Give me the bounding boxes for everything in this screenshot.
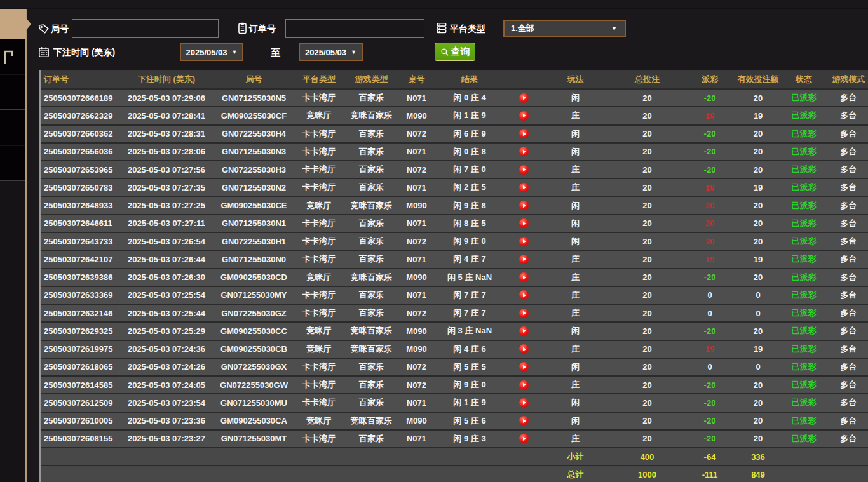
total-cell: 20	[608, 377, 686, 393]
status-cell: 已派彩	[783, 359, 825, 375]
order-cell: 250503072666189	[41, 90, 119, 106]
play-video-icon[interactable]	[519, 416, 529, 425]
play-video-icon[interactable]	[519, 218, 529, 228]
type-cell: 百家乐	[344, 287, 398, 304]
order-cell: 250503072656036	[41, 144, 119, 160]
platform-cell: 竞咪厅	[294, 107, 344, 124]
table-row: 2505030726393862025-05-03 07:26:30GM0902…	[41, 268, 868, 286]
time-cell: 2025-05-03 07:25:44	[119, 305, 214, 321]
table-cell: N072	[398, 161, 435, 178]
sidebar-item[interactable]	[0, 39, 25, 74]
table-row: 2505030726661892025-05-03 07:29:06GN0712…	[41, 88, 868, 106]
mode-cell: 多台	[825, 126, 868, 142]
mode-cell: 多台	[825, 305, 868, 321]
sidebar-item[interactable]	[0, 75, 25, 110]
payout-cell: -20	[686, 161, 733, 178]
result-cell: 闲 9 庄 0	[435, 233, 505, 250]
play-video-icon[interactable]	[519, 201, 529, 210]
order-cell: 250503072650783	[41, 179, 119, 196]
play-video-icon[interactable]	[519, 272, 529, 282]
play-video-icon[interactable]	[519, 147, 529, 156]
play-video-icon[interactable]	[519, 344, 529, 354]
type-cell: 百家乐	[344, 144, 398, 160]
play-video-icon[interactable]	[519, 237, 529, 246]
payout-cell: 20	[686, 233, 733, 250]
game-cell: GN071255030N5	[214, 90, 294, 106]
status-cell: 已派彩	[783, 413, 825, 429]
date-to-select[interactable]: 2025/05/03 ▼	[299, 43, 363, 61]
total-cell: 20	[608, 431, 686, 447]
play-video-icon[interactable]	[519, 129, 529, 138]
payout-cell: 19	[686, 107, 733, 124]
play-video-icon[interactable]	[519, 380, 529, 390]
query-button[interactable]: 查询	[435, 43, 475, 61]
play-video-icon[interactable]	[519, 398, 529, 408]
mode-cell: 多台	[825, 197, 868, 214]
type-cell: 百家乐	[344, 305, 398, 321]
status-cell: 已派彩	[783, 377, 825, 393]
play-video-icon[interactable]	[519, 326, 529, 336]
play-video-icon[interactable]	[519, 165, 529, 175]
game-cell: GM090255030CF	[214, 107, 294, 124]
result-cell: 闲 4 庄 6	[435, 341, 505, 358]
valid-cell: 20	[733, 431, 783, 447]
type-cell: 竞咪百家乐	[344, 413, 398, 429]
total-payout: -111	[686, 466, 733, 482]
game-cell: GM090255030CD	[214, 269, 294, 286]
play-video-icon[interactable]	[519, 290, 529, 300]
bet-cell: 庄	[543, 107, 608, 124]
payout-cell: 0	[686, 305, 733, 321]
play-video-icon[interactable]	[519, 362, 529, 372]
order-no-input[interactable]	[285, 19, 424, 38]
result-play-cell	[505, 197, 543, 214]
result-cell: 闲 6 庄 9	[435, 126, 505, 142]
result-cell: 闲 3 庄 NaN	[435, 323, 505, 339]
game-cell: GM090255030CB	[214, 341, 294, 358]
table-row: 2505030726100052025-05-03 07:23:36GM0902…	[41, 412, 868, 429]
column-header: 游戏类型	[344, 70, 398, 88]
table-cell: N071	[398, 215, 435, 232]
time-cell: 2025-05-03 07:26:54	[119, 233, 214, 250]
platform-cell: 卡卡湾厅	[294, 287, 344, 304]
platform-cell: 卡卡湾厅	[294, 126, 344, 142]
play-video-icon[interactable]	[519, 111, 529, 121]
play-video-icon[interactable]	[519, 183, 529, 192]
play-video-icon[interactable]	[519, 93, 529, 103]
play-video-icon[interactable]	[519, 434, 529, 443]
result-play-cell	[505, 107, 543, 124]
game-no-input[interactable]	[72, 19, 219, 38]
result-play-cell	[505, 305, 543, 321]
order-cell: 250503072648933	[41, 197, 119, 214]
status-cell: 已派彩	[783, 431, 825, 447]
total-cell: 20	[608, 161, 686, 178]
type-cell: 百家乐	[344, 233, 398, 250]
payout-cell: 19	[686, 341, 733, 358]
table-row: 2505030726437332025-05-03 07:26:54GN0722…	[41, 232, 868, 250]
mode-cell: 多台	[825, 215, 868, 232]
status-cell: 已派彩	[783, 144, 825, 160]
sidebar-item[interactable]	[0, 146, 25, 181]
type-cell: 竞咪百家乐	[344, 269, 398, 286]
result-cell: 闲 0 庄 4	[435, 90, 505, 106]
result-cell: 闲 5 庄 NaN	[435, 269, 505, 286]
platform-cell: 卡卡湾厅	[294, 233, 344, 250]
table-row: 2505030726199752025-05-03 07:24:36GM0902…	[41, 340, 868, 358]
total-cell: 20	[608, 305, 686, 321]
sidebar-item[interactable]	[0, 110, 25, 145]
date-to-value: 2025/05/03	[305, 48, 346, 57]
date-from-select[interactable]: 2025/05/03 ▼	[180, 43, 243, 61]
time-cell: 2025-05-03 07:28:31	[119, 126, 214, 142]
total-row: 总计 1000 -111 849	[41, 465, 868, 482]
total-cell: 20	[608, 269, 686, 286]
result-cell: 闲 4 庄 7	[435, 251, 505, 267]
order-cell: 250503072610005	[41, 413, 119, 429]
result-play-cell	[505, 287, 543, 304]
platform-type-select[interactable]: 1.全部 ▼	[503, 20, 626, 37]
time-cell: 2025-05-03 07:24:26	[119, 359, 214, 375]
play-video-icon[interactable]	[519, 309, 529, 318]
status-cell: 已派彩	[783, 126, 825, 142]
column-header: 状态	[783, 70, 825, 88]
play-video-icon[interactable]	[519, 255, 529, 264]
time-cell: 2025-05-03 07:27:35	[119, 179, 214, 196]
table-cell: N071	[398, 179, 435, 196]
